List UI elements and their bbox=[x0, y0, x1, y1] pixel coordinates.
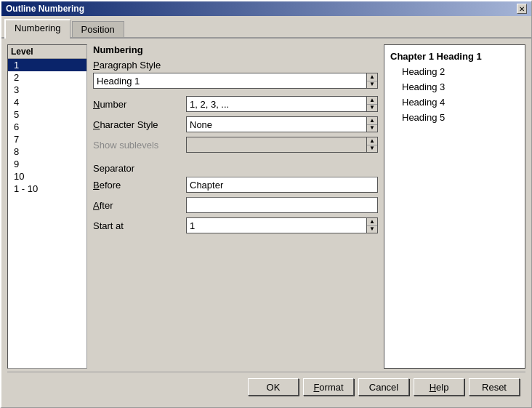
tab-numbering-label: Numbering bbox=[15, 23, 61, 33]
preview-item-4: Heading 4 bbox=[390, 97, 519, 108]
level-item-7[interactable]: 7 bbox=[8, 133, 86, 145]
format-button[interactable]: Format bbox=[303, 378, 354, 396]
level-group-label: Level bbox=[8, 45, 86, 59]
paragraph-style-section: Paragraph Style ▲ ▼ bbox=[93, 60, 378, 89]
level-item-9[interactable]: 9 bbox=[8, 158, 86, 170]
level-item-2[interactable]: 2 bbox=[8, 71, 86, 84]
dialog: Outline Numbering ✕ Numbering Position L… bbox=[0, 0, 532, 408]
cancel-button[interactable]: Cancel bbox=[358, 378, 409, 396]
tab-position[interactable]: Position bbox=[72, 21, 124, 37]
show-sublevels-down-btn[interactable]: ▼ bbox=[367, 145, 377, 153]
number-spin-buttons: ▲ ▼ bbox=[366, 96, 378, 112]
preview-item-5: Heading 5 bbox=[390, 112, 519, 123]
level-group: Level 1 2 3 4 5 6 7 8 9 10 1 - 10 bbox=[7, 44, 87, 369]
number-input[interactable] bbox=[186, 96, 366, 112]
character-style-spin-buttons: ▲ ▼ bbox=[366, 116, 378, 132]
start-at-label: Start at bbox=[93, 220, 180, 231]
start-at-input[interactable] bbox=[186, 217, 366, 233]
paragraph-style-spin-buttons: ▲ ▼ bbox=[366, 73, 378, 89]
paragraph-style-up-btn[interactable]: ▲ bbox=[367, 73, 377, 81]
preview-panel: Chapter 1 Heading 1 Heading 2 Heading 3 … bbox=[384, 44, 525, 369]
help-button-label: Help bbox=[430, 382, 449, 393]
start-at-up-btn[interactable]: ▲ bbox=[367, 218, 377, 226]
dialog-content: Level 1 2 3 4 5 6 7 8 9 10 1 - 10 bbox=[1, 39, 531, 407]
character-style-control: ▲ ▼ bbox=[186, 116, 378, 132]
start-at-down-btn[interactable]: ▼ bbox=[367, 226, 377, 233]
numbering-panel: Numbering Paragraph Style ▲ ▼ bbox=[93, 44, 378, 369]
character-style-row: Character Style ▲ ▼ bbox=[93, 116, 378, 132]
main-row: Level 1 2 3 4 5 6 7 8 9 10 1 - 10 bbox=[7, 44, 525, 369]
after-label-text: After bbox=[93, 200, 113, 211]
character-style-up-btn[interactable]: ▲ bbox=[367, 117, 377, 125]
before-label-text: Before bbox=[93, 180, 121, 191]
show-sublevels-up-btn[interactable]: ▲ bbox=[367, 137, 377, 145]
before-row: Before bbox=[93, 177, 378, 193]
before-control bbox=[186, 177, 378, 193]
title-bar: Outline Numbering ✕ bbox=[1, 1, 531, 16]
show-sublevels-row: Show sublevels ▲ ▼ bbox=[93, 137, 378, 153]
show-sublevels-spin-buttons: ▲ ▼ bbox=[366, 137, 378, 153]
start-at-spin-buttons: ▲ ▼ bbox=[366, 217, 378, 233]
tab-position-label: Position bbox=[81, 24, 115, 35]
separator-label: Separator bbox=[93, 163, 378, 174]
form-section: Paragraph Style ▲ ▼ bbox=[93, 60, 378, 369]
close-button[interactable]: ✕ bbox=[517, 4, 527, 14]
level-item-5[interactable]: 5 bbox=[8, 108, 86, 121]
paragraph-style-down-btn[interactable]: ▼ bbox=[367, 81, 377, 89]
level-item-8[interactable]: 8 bbox=[8, 145, 86, 158]
reset-button[interactable]: Reset bbox=[469, 378, 520, 396]
tab-numbering[interactable]: Numbering bbox=[4, 19, 70, 39]
show-sublevels-label-text: Show sublevels bbox=[93, 140, 158, 151]
level-item-3[interactable]: 3 bbox=[8, 84, 86, 96]
start-at-row: Start at ▲ ▼ bbox=[93, 217, 378, 233]
level-item-4[interactable]: 4 bbox=[8, 96, 86, 108]
after-label: After bbox=[93, 200, 180, 211]
separator-section: Separator Before bbox=[93, 160, 378, 233]
preview-item-1: Chapter 1 Heading 1 bbox=[390, 51, 519, 62]
show-sublevels-input bbox=[186, 137, 366, 153]
character-style-label: Character Style bbox=[93, 119, 180, 130]
show-sublevels-spinner: ▲ ▼ bbox=[186, 137, 378, 153]
paragraph-style-spinner: ▲ ▼ bbox=[93, 73, 378, 89]
preview-item-3: Heading 3 bbox=[390, 81, 519, 92]
tab-bar: Numbering Position bbox=[1, 16, 531, 39]
character-style-label-text: Character Style bbox=[93, 119, 158, 130]
level-item-10[interactable]: 10 bbox=[8, 170, 86, 183]
help-button[interactable]: Help bbox=[414, 378, 464, 396]
number-label-text: Number bbox=[93, 99, 126, 110]
number-label: Number bbox=[93, 99, 180, 110]
numbering-group-label: Numbering bbox=[93, 44, 378, 55]
number-spinner: ▲ ▼ bbox=[186, 96, 378, 112]
start-at-spinner: ▲ ▼ bbox=[186, 217, 378, 233]
number-control: ▲ ▼ bbox=[186, 96, 378, 112]
number-row: Number ▲ ▼ bbox=[93, 96, 378, 112]
number-up-btn[interactable]: ▲ bbox=[367, 97, 377, 105]
after-row: After bbox=[93, 197, 378, 213]
show-sublevels-control: ▲ ▼ bbox=[186, 137, 378, 153]
level-item-1[interactable]: 1 bbox=[8, 59, 86, 71]
after-input[interactable] bbox=[186, 197, 378, 213]
ok-button[interactable]: OK bbox=[248, 378, 299, 396]
preview-item-2: Heading 2 bbox=[390, 66, 519, 77]
paragraph-style-input[interactable] bbox=[93, 73, 366, 89]
character-style-input[interactable] bbox=[186, 116, 366, 132]
footer: OK Format Cancel Help Reset bbox=[7, 372, 525, 401]
level-item-1-10[interactable]: 1 - 10 bbox=[8, 183, 86, 195]
before-label: Before bbox=[93, 180, 180, 191]
start-at-control: ▲ ▼ bbox=[186, 217, 378, 233]
after-control bbox=[186, 197, 378, 213]
number-down-btn[interactable]: ▼ bbox=[367, 105, 377, 112]
level-item-6[interactable]: 6 bbox=[8, 121, 86, 133]
start-at-label-text: Start at bbox=[93, 220, 124, 231]
before-input[interactable] bbox=[186, 177, 378, 193]
show-sublevels-label: Show sublevels bbox=[93, 140, 180, 151]
dialog-title: Outline Numbering bbox=[6, 4, 84, 14]
character-style-spinner: ▲ ▼ bbox=[186, 116, 378, 132]
level-panel: Level 1 2 3 4 5 6 7 8 9 10 1 - 10 bbox=[7, 44, 87, 369]
format-button-label: Format bbox=[313, 382, 343, 393]
paragraph-style-control: ▲ ▼ bbox=[93, 73, 378, 89]
paragraph-style-label-text: Paragraph Style bbox=[93, 60, 161, 71]
character-style-down-btn[interactable]: ▼ bbox=[367, 125, 377, 132]
paragraph-style-label: Paragraph Style bbox=[93, 60, 180, 71]
level-list: 1 2 3 4 5 6 7 8 9 10 1 - 10 bbox=[8, 59, 86, 195]
